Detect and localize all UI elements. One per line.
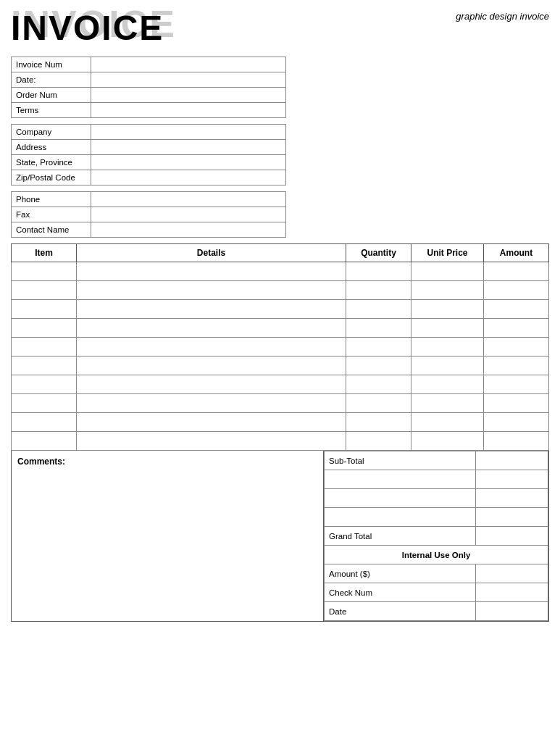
- internal-amount-label: Amount ($): [325, 564, 476, 583]
- value-invoice-num: [91, 57, 285, 72]
- items-table: Item Details Quantity Unit Price Amount: [11, 243, 549, 451]
- table-row: [12, 281, 549, 300]
- subtotal-value: [476, 451, 548, 470]
- label-invoice-num: Invoice Num: [12, 57, 91, 72]
- table-row: [12, 262, 549, 281]
- grand-total-value: [476, 527, 548, 546]
- internal-check-label: Check Num: [325, 583, 476, 602]
- blank-row-2: [325, 489, 548, 508]
- col-header-amount: Amount: [484, 244, 549, 262]
- totals-area: Sub-Total Grand Total: [324, 451, 548, 621]
- value-state: [91, 155, 285, 170]
- value-address: [91, 140, 285, 154]
- table-row: [12, 375, 549, 394]
- value-date: [91, 72, 285, 87]
- label-order-num: Order Num: [12, 88, 91, 102]
- internal-amount-row: Amount ($): [325, 564, 548, 583]
- info-row-order-num: Order Num: [12, 88, 285, 103]
- blank-row-1: [325, 470, 548, 489]
- label-zip: Zip/Postal Code: [12, 170, 91, 185]
- label-contact-name: Contact Name: [12, 222, 91, 237]
- table-row: [12, 394, 549, 413]
- internal-use-label: Internal Use Only: [325, 546, 548, 564]
- info-row-zip: Zip/Postal Code: [12, 170, 285, 185]
- table-row: [12, 300, 549, 319]
- comments-label: Comments:: [17, 457, 65, 467]
- page-subtitle: graphic design invoice: [456, 11, 549, 22]
- internal-check-row: Check Num: [325, 583, 548, 602]
- blank-row-3: [325, 508, 548, 527]
- internal-date-row: Date: [325, 602, 548, 621]
- label-terms: Terms: [12, 103, 91, 117]
- blank-value-2: [476, 489, 548, 508]
- label-date: Date:: [12, 72, 91, 87]
- subtotal-row: Sub-Total: [325, 451, 548, 470]
- value-contact-name: [91, 222, 285, 237]
- bottom-section: Comments: Sub-Total: [11, 451, 549, 622]
- label-address: Address: [12, 140, 91, 154]
- comments-area: Comments:: [12, 451, 324, 621]
- table-row: [12, 319, 549, 338]
- value-phone: [91, 192, 285, 207]
- col-header-quantity: Quantity: [346, 244, 411, 262]
- internal-check-value: [476, 583, 548, 602]
- grand-total-row: Grand Total: [325, 527, 548, 546]
- label-phone: Phone: [12, 192, 91, 207]
- totals-table: Sub-Total Grand Total: [324, 451, 548, 621]
- internal-amount-value: [476, 564, 548, 583]
- value-company: [91, 125, 285, 139]
- blank-value-3: [476, 508, 548, 527]
- table-row: [12, 338, 549, 357]
- blank-label-1: [325, 470, 476, 489]
- subtotal-label: Sub-Total: [325, 451, 476, 470]
- internal-date-value: [476, 602, 548, 621]
- info-row-address: Address: [12, 140, 285, 155]
- info-row-fax: Fax: [12, 207, 285, 222]
- col-header-unit-price: Unit Price: [411, 244, 484, 262]
- blank-label-2: [325, 489, 476, 508]
- label-fax: Fax: [12, 207, 91, 222]
- col-header-details: Details: [77, 244, 346, 262]
- info-row-invoice-num: Invoice Num: [12, 57, 285, 72]
- table-row: [12, 357, 549, 375]
- invoice-info-section: Invoice Num Date: Order Num Terms: [11, 57, 286, 118]
- info-row-phone: Phone: [12, 192, 285, 207]
- col-header-item: Item: [12, 244, 77, 262]
- invoice-title: INVOICE: [11, 11, 164, 46]
- blank-value-1: [476, 470, 548, 489]
- value-fax: [91, 207, 285, 222]
- info-row-state: State, Province: [12, 155, 285, 170]
- value-terms: [91, 103, 285, 117]
- label-company: Company: [12, 125, 91, 139]
- table-row: [12, 432, 549, 451]
- grand-total-label: Grand Total: [325, 527, 476, 546]
- info-row-terms: Terms: [12, 103, 285, 117]
- label-state: State, Province: [12, 155, 91, 170]
- table-row: [12, 413, 549, 432]
- internal-use-header-row: Internal Use Only: [325, 546, 548, 564]
- info-row-date: Date:: [12, 72, 285, 88]
- company-info-section: Company Address State, Province Zip/Post…: [11, 124, 286, 186]
- internal-date-label: Date: [325, 602, 476, 621]
- contact-info-section: Phone Fax Contact Name: [11, 191, 286, 238]
- info-row-company: Company: [12, 125, 285, 140]
- value-order-num: [91, 88, 285, 102]
- value-zip: [91, 170, 285, 185]
- blank-label-3: [325, 508, 476, 527]
- info-row-contact-name: Contact Name: [12, 222, 285, 237]
